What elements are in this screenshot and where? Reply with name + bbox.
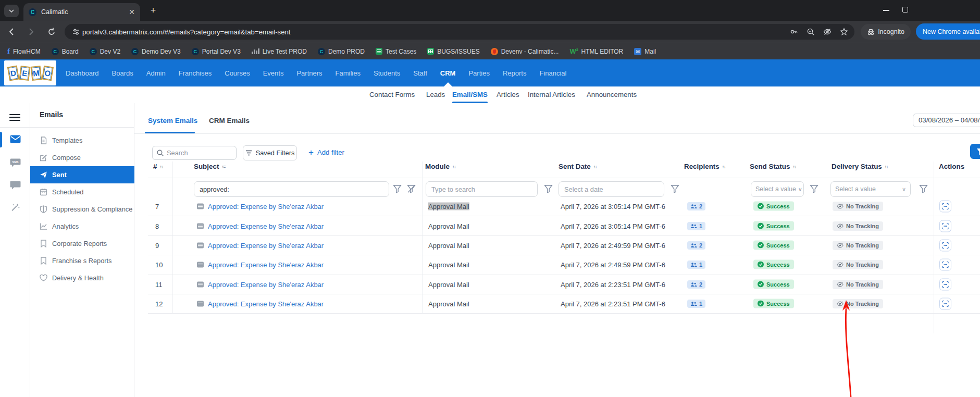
send-status-filter-select[interactable]: Select a value∨ — [751, 181, 804, 197]
bookmark-portal-dev-v3[interactable]: CPortal Dev V3 — [192, 48, 241, 55]
row-action-button[interactable] — [939, 298, 951, 310]
nav-financial[interactable]: Financial — [539, 59, 566, 86]
funnel-icon[interactable] — [671, 184, 679, 193]
funnel-icon[interactable] — [810, 184, 818, 193]
subject-link[interactable]: Approved: Expense by She'eraz Akbar — [208, 300, 324, 308]
bookmark-board[interactable]: CBoard — [52, 48, 79, 55]
subject-link[interactable]: Approved: Expense by She'eraz Akbar — [208, 203, 324, 210]
subnav-leads[interactable]: Leads — [426, 86, 445, 103]
col-header-delivery-status[interactable]: Delivery Status↑↓ — [832, 163, 888, 170]
bookmark-flowhcm[interactable]: fFlowHCM — [7, 47, 41, 56]
bookmark-demo-dev-v3[interactable]: CDemo Dev V3 — [131, 48, 181, 55]
bookmark-bugs-issues[interactable]: BUGS/ISSUES — [427, 48, 479, 55]
email-module-icon[interactable] — [10, 134, 21, 144]
nav-reports[interactable]: Reports — [503, 59, 527, 86]
nav-staff[interactable]: Staff — [413, 59, 427, 86]
bookmark-test-cases[interactable]: Test Cases — [376, 48, 416, 55]
subject-link[interactable]: Approved: Expense by She'eraz Akbar — [208, 261, 324, 269]
sort-icon[interactable]: ↑↓ — [722, 164, 726, 169]
sidebar-item-franchise-reports[interactable]: Franchise s Reports — [30, 252, 134, 269]
bookmark-mail[interactable]: ✉Mail — [634, 48, 656, 55]
nav-families[interactable]: Families — [336, 59, 361, 86]
window-minimize-button[interactable] — [883, 10, 889, 11]
bookmark-devenv-calimatic[interactable]: Devenv - Calimatic... — [491, 48, 559, 55]
add-filter-button[interactable]: + Add filter — [308, 148, 344, 157]
new-chrome-available-button[interactable]: New Chrome available — [916, 23, 980, 40]
nav-boards[interactable]: Boards — [112, 59, 133, 86]
automation-wand-icon[interactable] — [10, 203, 21, 212]
bookmark-live-test-prod[interactable]: Live Test PROD — [252, 48, 307, 55]
recipients-badge[interactable]: 2 — [687, 280, 705, 289]
sidebar-item-corporate-reports[interactable]: Corporate Reports — [30, 235, 134, 252]
address-bar[interactable]: portalv3.calibermatrix.com/#/emails?cate… — [65, 24, 854, 40]
site-settings-icon[interactable] — [72, 28, 80, 36]
subject-link[interactable]: Approved: Expense by She'eraz Akbar — [208, 241, 324, 249]
nav-admin[interactable]: Admin — [146, 59, 166, 86]
new-tab-button[interactable]: + — [147, 4, 159, 17]
tab-system-emails[interactable]: System Emails — [148, 117, 197, 125]
sidebar-item-templates[interactable]: Templates — [30, 132, 134, 149]
table-row[interactable]: 11 Approved: Expense by She'eraz Akbar A… — [148, 275, 980, 294]
bookmark-demo-prod[interactable]: CDemo PROD — [318, 48, 365, 55]
zoom-out-icon[interactable] — [807, 28, 815, 36]
sidebar-item-sent[interactable]: Sent — [30, 166, 134, 183]
sort-icon[interactable]: ↑↓ — [885, 164, 888, 169]
nav-crm[interactable]: CRM — [440, 59, 456, 86]
back-icon[interactable] — [7, 27, 17, 36]
bookmark-star-icon[interactable] — [840, 28, 848, 36]
eye-off-icon[interactable] — [823, 28, 832, 36]
subnav-internal-articles[interactable]: Internal Articles — [528, 86, 575, 103]
table-row[interactable]: 8 Approved: Expense by She'eraz Akbar Ap… — [148, 216, 980, 235]
subnav-email-sms[interactable]: Email/SMS — [452, 86, 488, 103]
saved-filters-button[interactable]: Saved Filters — [243, 145, 297, 160]
delivery-status-filter-select[interactable]: Select a value∨ — [830, 181, 911, 197]
url-text[interactable]: portalv3.calibermatrix.com/#/emails?cate… — [82, 28, 290, 36]
sort-icon[interactable]: ↑↓ — [792, 164, 796, 169]
tab-close-icon[interactable]: ✕ — [129, 8, 135, 16]
funnel-icon[interactable] — [544, 184, 553, 193]
reload-icon[interactable] — [47, 27, 56, 36]
nav-students[interactable]: Students — [374, 59, 400, 86]
table-filter-button[interactable] — [970, 144, 980, 159]
nav-parties[interactable]: Parties — [468, 59, 489, 86]
bookmark-html-editor[interactable]: W3HTML EDITOR — [569, 47, 623, 55]
sidebar-item-compose[interactable]: Compose — [30, 149, 134, 166]
forward-icon[interactable] — [26, 27, 35, 36]
demo-logo[interactable]: D E M O — [4, 60, 56, 85]
sort-asc-icon[interactable]: ↑≡ — [221, 164, 225, 169]
nav-events[interactable]: Events — [263, 59, 284, 86]
date-filter-input[interactable] — [559, 181, 664, 197]
recipients-badge[interactable]: 2 — [687, 202, 705, 210]
col-header-sent-date[interactable]: Sent Date↑↓ — [559, 163, 597, 170]
subject-filter-input[interactable] — [194, 181, 389, 197]
sidebar-item-scheduled[interactable]: Scheduled — [30, 183, 134, 201]
sidebar-item-delivery-health[interactable]: Delivery & Health — [30, 269, 134, 287]
search-box[interactable] — [152, 146, 237, 160]
hamburger-menu-icon[interactable] — [9, 114, 20, 121]
row-action-button[interactable] — [939, 220, 951, 232]
subnav-announcements[interactable]: Announcements — [587, 86, 637, 103]
subnav-articles[interactable]: Articles — [497, 86, 519, 103]
sort-icon[interactable]: ↑↓ — [452, 164, 456, 169]
recipients-badge[interactable]: 1 — [687, 300, 705, 308]
sort-icon[interactable]: ↑↓ — [159, 164, 163, 169]
funnel-icon[interactable] — [919, 184, 928, 193]
col-header-send-status[interactable]: Send Status↑↓ — [750, 163, 796, 170]
recipients-badge[interactable]: 1 — [687, 260, 705, 269]
sms-module-icon[interactable]: SMS — [10, 158, 21, 167]
funnel-off-icon[interactable] — [407, 184, 416, 193]
recipients-badge[interactable]: 2 — [687, 241, 705, 250]
window-restore-button[interactable] — [902, 7, 908, 13]
browser-tab[interactable]: C Calimatic ✕ — [23, 3, 140, 21]
row-action-button[interactable] — [939, 201, 951, 213]
col-header-module[interactable]: Module↑↓ — [425, 163, 455, 170]
col-header-num[interactable]: #↑↓ — [153, 163, 163, 170]
date-range-picker[interactable]: 03/08/2026 – 04/08/2026 — [913, 114, 980, 127]
nav-courses[interactable]: Courses — [225, 59, 250, 86]
subject-link[interactable]: Approved: Expense by She'eraz Akbar — [208, 222, 324, 230]
sort-icon[interactable]: ↑↓ — [593, 164, 597, 169]
table-row[interactable]: 12 Approved: Expense by She'eraz Akbar A… — [148, 294, 980, 314]
nav-dashboard[interactable]: Dashboard — [66, 59, 99, 86]
table-row[interactable]: 10 Approved: Expense by She'eraz Akbar A… — [148, 255, 980, 275]
tab-crm-emails[interactable]: CRM Emails — [209, 117, 250, 125]
